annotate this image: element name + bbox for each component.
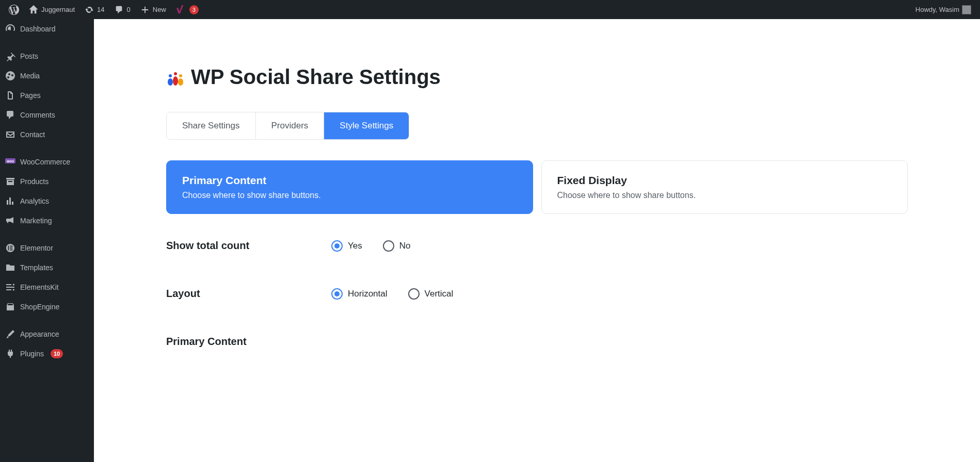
updates-count: 14 xyxy=(97,6,104,13)
page-title-wrap: WP Social Share Settings xyxy=(166,65,908,89)
woo-icon: woo xyxy=(5,157,15,167)
admin-bar: Juggernaut 14 0 New 3 Howdy, xyxy=(0,0,980,19)
page-icon xyxy=(5,90,15,101)
svg-point-12 xyxy=(179,74,182,77)
radio-circle-icon xyxy=(408,288,420,300)
megaphone-icon xyxy=(5,216,15,226)
card-fixed-display[interactable]: Fixed Display Choose where to show share… xyxy=(541,160,908,214)
sidebar-elementor[interactable]: Elementor xyxy=(0,238,94,258)
tab-providers[interactable]: Providers xyxy=(256,112,325,139)
main-content: WP Social Share Settings Share Settings … xyxy=(94,19,980,462)
svg-point-11 xyxy=(174,72,177,75)
sidebar-plugins[interactable]: Plugins 10 xyxy=(0,344,94,364)
comments-count: 0 xyxy=(127,6,131,13)
sidebar-elementskit[interactable]: ElementsKit xyxy=(0,277,94,297)
radio-vertical[interactable]: Vertical xyxy=(408,288,454,300)
my-account-menu[interactable]: Howdy, Wasim xyxy=(911,0,976,19)
updates-menu[interactable]: 14 xyxy=(79,0,109,19)
brush-icon xyxy=(5,329,15,339)
tab-style-settings[interactable]: Style Settings xyxy=(324,112,409,139)
setting-layout: Layout Horizontal Vertical xyxy=(166,288,908,300)
plugin-icon xyxy=(5,349,15,359)
admin-sidebar: Dashboard Posts Media Pages Comments Con… xyxy=(0,19,94,462)
radio-circle-icon xyxy=(331,240,343,252)
sidebar-pages[interactable]: Pages xyxy=(0,86,94,105)
svg-rect-5 xyxy=(10,248,12,249)
radio-no[interactable]: No xyxy=(383,240,411,252)
avatar-icon xyxy=(962,5,971,14)
plus-icon xyxy=(140,5,150,15)
setting-show-total-count: Show total count Yes No xyxy=(166,240,908,252)
sidebar-analytics[interactable]: Analytics xyxy=(0,191,94,211)
yoast-badge: 3 xyxy=(189,5,199,14)
svg-point-10 xyxy=(169,74,172,77)
radio-circle-icon xyxy=(383,240,394,252)
new-content-menu[interactable]: New xyxy=(135,0,171,19)
svg-text:woo: woo xyxy=(6,159,14,163)
howdy-label: Howdy, Wasim xyxy=(915,6,959,13)
sidebar-marketing[interactable]: Marketing xyxy=(0,211,94,230)
sidebar-products[interactable]: Products xyxy=(0,172,94,191)
archive-icon xyxy=(5,176,15,187)
comments-menu[interactable]: 0 xyxy=(109,0,135,19)
chart-icon xyxy=(5,196,15,206)
dashboard-icon xyxy=(5,24,15,34)
pin-icon xyxy=(5,51,15,61)
sidebar-appearance[interactable]: Appearance xyxy=(0,324,94,344)
svg-rect-4 xyxy=(10,246,12,247)
tab-share-settings[interactable]: Share Settings xyxy=(167,112,256,139)
radio-circle-icon xyxy=(331,288,343,300)
new-label: New xyxy=(153,6,166,13)
section-heading-primary-content: Primary Content xyxy=(166,336,908,348)
svg-rect-6 xyxy=(10,250,12,251)
yoast-menu[interactable]: 3 xyxy=(171,0,203,19)
page-title: WP Social Share Settings xyxy=(191,65,441,89)
admin-bar-left: Juggernaut 14 0 New 3 xyxy=(4,0,203,19)
sidebar-woocommerce[interactable]: woo WooCommerce xyxy=(0,152,94,172)
site-name-label: Juggernaut xyxy=(41,6,75,13)
card-primary-content[interactable]: Primary Content Choose where to show sha… xyxy=(166,160,533,214)
sidebar-dashboard[interactable]: Dashboard xyxy=(0,19,94,39)
comment-icon xyxy=(5,110,15,120)
sidebar-contact[interactable]: Contact xyxy=(0,125,94,144)
wordpress-logo-icon xyxy=(9,5,19,15)
sidebar-templates[interactable]: Templates xyxy=(0,258,94,277)
svg-point-8 xyxy=(173,76,178,86)
radio-horizontal[interactable]: Horizontal xyxy=(331,288,388,300)
elementor-icon xyxy=(5,243,15,253)
wp-logo-menu[interactable] xyxy=(4,0,24,19)
update-icon xyxy=(84,5,94,15)
social-share-icon xyxy=(166,69,185,86)
site-name-menu[interactable]: Juggernaut xyxy=(24,0,79,19)
svg-point-7 xyxy=(168,78,173,86)
svg-rect-3 xyxy=(8,246,9,251)
plugin-count-badge: 10 xyxy=(51,349,63,358)
mail-icon xyxy=(5,129,15,140)
radio-group-show-total-count: Yes No xyxy=(331,240,410,252)
section-cards: Primary Content Choose where to show sha… xyxy=(166,160,908,214)
media-icon xyxy=(5,71,15,81)
svg-point-9 xyxy=(178,78,183,86)
sidebar-posts[interactable]: Posts xyxy=(0,46,94,66)
sidebar-comments[interactable]: Comments xyxy=(0,105,94,125)
home-icon xyxy=(28,5,39,15)
comment-icon xyxy=(114,5,124,15)
settings-tabs: Share Settings Providers Style Settings xyxy=(166,112,409,140)
sidebar-shopengine[interactable]: ShopEngine xyxy=(0,297,94,317)
radio-yes[interactable]: Yes xyxy=(331,240,362,252)
yoast-icon xyxy=(175,5,186,15)
folder-icon xyxy=(5,262,15,273)
shopengine-icon xyxy=(5,302,15,312)
radio-group-layout: Horizontal Vertical xyxy=(331,288,453,300)
elementskit-icon xyxy=(5,282,15,292)
sidebar-media[interactable]: Media xyxy=(0,66,94,86)
